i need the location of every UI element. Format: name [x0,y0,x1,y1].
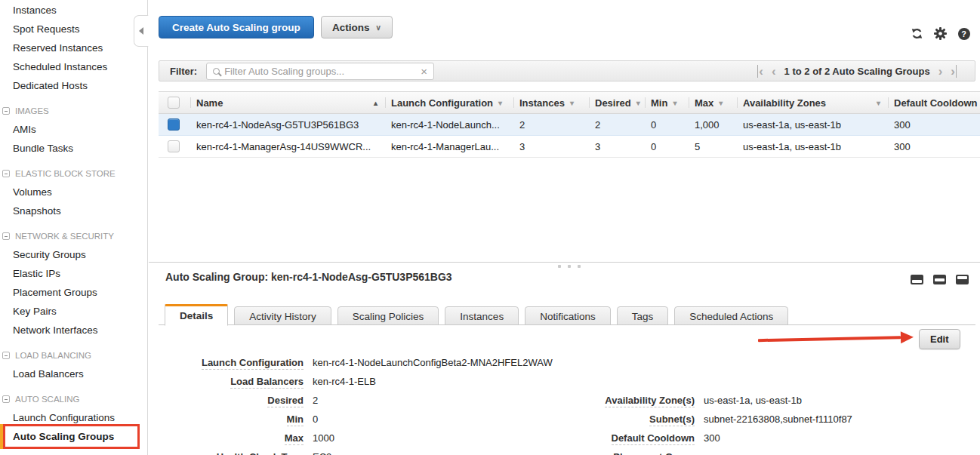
sidebar-item-security-groups[interactable]: Security Groups [0,245,147,264]
sidebar-section-label: IMAGES [15,106,49,115]
cell-max: 1,000 [689,114,737,135]
cell-min: 0 [645,114,689,135]
row-checkbox-unchecked[interactable] [168,140,180,152]
sidebar-item-elastic-ips[interactable]: Elastic IPs [0,264,147,283]
sort-caret-icon: ▾ [877,99,880,107]
sort-caret-icon: ▾ [636,99,640,107]
actions-button-label: Actions [332,22,370,33]
cell-instances: 3 [513,136,589,157]
tab-instances[interactable]: Instances [445,306,519,325]
create-auto-scaling-group-button[interactable]: Create Auto Scaling group [159,16,314,38]
filter-input[interactable] [224,66,414,77]
tab-scheduled-actions[interactable]: Scheduled Actions [674,306,788,325]
search-icon [213,68,220,75]
annotation-orange-marker [0,424,4,449]
chevron-down-icon: ∨ [376,23,381,32]
column-label: Launch Configuration [391,97,493,109]
pagination-next-icon[interactable]: › [938,65,943,78]
sidebar-item-label: Auto Scaling Groups [13,431,114,442]
sidebar-collapse-toggle[interactable] [134,15,149,47]
column-header-launch-configuration[interactable]: Launch Configuration ▾ [385,92,513,113]
tab-notifications[interactable]: Notifications [525,306,611,325]
cell-availability-zones: us-east-1a, us-east-1b [737,136,888,157]
row-select-cell [159,114,190,135]
sidebar-item-instances[interactable]: Instances [0,1,147,20]
actions-dropdown-button[interactable]: Actions ∨ [321,16,393,38]
sidebar-item-spot-requests[interactable]: Spot Requests [0,20,147,38]
field-label: Availability Zone(s) [562,395,695,406]
collapse-section-icon[interactable] [2,352,10,359]
cell-default-cooldown: 300 [888,114,980,135]
sidebar-item-scheduled-instances[interactable]: Scheduled Instances [0,57,147,76]
column-header-default-cooldown[interactable]: Default Cooldown [888,92,980,113]
table-row[interactable]: ken-rc4-1-ManagerAsg-14US9WWCR... ken-rc… [159,136,980,158]
sidebar-item-bundle-tasks[interactable]: Bundle Tasks [0,139,147,158]
sidebar-section-images: IMAGES [0,102,147,120]
pane-layout-split-icon[interactable] [933,275,946,284]
refresh-icon[interactable] [911,27,923,40]
sidebar-item-key-pairs[interactable]: Key Pairs [0,302,147,321]
table-header-row: Name ▴ Launch Configuration ▾ Instances … [159,91,980,114]
column-header-availability-zones[interactable]: Availability Zones ▾ [737,92,888,113]
collapse-section-icon[interactable] [2,395,10,403]
pane-layout-top-icon[interactable] [956,275,969,284]
column-header-name[interactable]: Name ▴ [190,92,385,113]
sidebar: Instances Spot Requests Reserved Instanc… [0,0,148,455]
field-row: Load Balancers ken-rc4-1-ELB [168,372,553,391]
table-row[interactable]: ken-rc4-1-NodeAsg-G5TU3P561BG3 ken-rc4-1… [159,114,980,136]
cell-name: ken-rc4-1-NodeAsg-G5TU3P561BG3 [190,114,385,135]
cell-launch-configuration: ken-rc4-1-NodeLaunch... [385,114,513,135]
annotation-arrow [758,331,914,346]
pagination-last-icon[interactable]: › [951,65,957,78]
row-checkbox-checked[interactable] [168,118,180,131]
sidebar-item-snapshots[interactable]: Snapshots [0,201,147,220]
column-label: Name [196,97,223,109]
clear-filter-icon[interactable]: × [414,66,433,77]
detail-tabs: Details Activity History Scaling Policie… [165,304,788,325]
sidebar-item-reserved-instances[interactable]: Reserved Instances [0,38,147,57]
sort-caret-icon: ▾ [719,99,723,107]
field-label: Min [168,413,304,425]
pane-layout-bottom-icon[interactable] [911,275,923,284]
filter-input-wrapper: × [206,63,434,80]
settings-gear-icon[interactable] [934,27,947,40]
column-header-min[interactable]: Min ▾ [645,92,689,113]
pagination: ‹ ‹ 1 to 2 of 2 Auto Scaling Groups › › [757,65,975,78]
sidebar-section-auto-scaling: AUTO SCALING [0,390,147,408]
collapse-section-icon[interactable] [2,107,10,115]
sidebar-item-amis[interactable]: AMIs [0,120,147,139]
sidebar-item-load-balancers[interactable]: Load Balancers [0,364,147,383]
field-label: Launch Configuration [168,357,304,368]
column-header-desired[interactable]: Desired ▾ [589,92,645,113]
tab-tags[interactable]: Tags [617,306,669,325]
select-all-cell [159,92,190,113]
select-all-checkbox[interactable] [168,97,180,109]
tab-activity-history[interactable]: Activity History [234,306,331,325]
panel-splitter[interactable] [149,262,980,269]
column-label: Desired [595,97,631,109]
sidebar-item-volumes[interactable]: Volumes [0,183,147,201]
collapse-section-icon[interactable] [2,170,10,177]
sidebar-item-network-interfaces[interactable]: Network Interfaces [0,321,147,340]
help-icon[interactable]: ? [957,27,970,40]
column-header-instances[interactable]: Instances ▾ [513,92,589,113]
sidebar-item-launch-configurations[interactable]: Launch Configurations [0,408,147,427]
pagination-prev-icon[interactable]: ‹ [772,65,776,78]
edit-button[interactable]: Edit [919,329,960,349]
column-label: Max [695,97,713,109]
sort-caret-icon: ▾ [673,99,676,107]
sidebar-item-placement-groups[interactable]: Placement Groups [0,283,147,302]
sidebar-item-auto-scaling-groups[interactable]: Auto Scaling Groups [0,427,147,446]
collapse-section-icon[interactable] [2,232,10,240]
column-header-max[interactable]: Max ▾ [689,92,737,113]
field-row: Max 1000 [168,429,553,447]
filter-label: Filter: [170,66,197,77]
cell-max: 5 [689,136,737,157]
field-value: subnet-22163808,subnet-f1110f87 [704,413,852,425]
tab-details[interactable]: Details [165,304,228,326]
pagination-first-icon[interactable]: ‹ [757,65,763,78]
sidebar-item-dedicated-hosts[interactable]: Dedicated Hosts [0,76,147,95]
field-label: Default Cooldown [562,432,695,444]
tab-scaling-policies[interactable]: Scaling Policies [337,306,439,325]
ec2-console-page: Instances Spot Requests Reserved Instanc… [0,0,980,455]
